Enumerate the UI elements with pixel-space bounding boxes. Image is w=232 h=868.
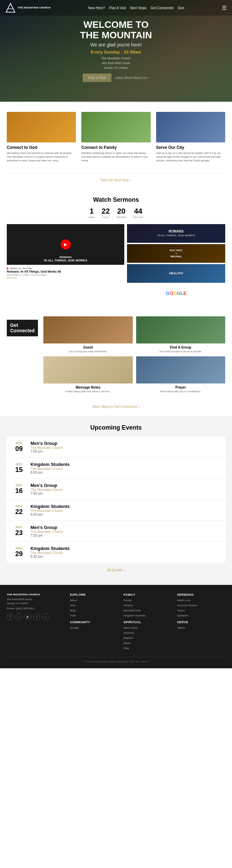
more-ways-anchor[interactable]: More Ways to Get Connected › — [92, 405, 140, 409]
event-location: The Mountain Church — [30, 530, 220, 534]
sermon-thumb-revival[interactable]: RUT, ROT,+Revival — [127, 244, 225, 263]
footer-mountain-kids-link[interactable]: Mountain Kids — [124, 609, 172, 613]
countdown-minutes: 20 Minutes — [117, 207, 126, 219]
logo[interactable]: THE MOUNTAIN CHURCH — [5, 3, 51, 13]
event-location: The Mountain Church — [30, 446, 220, 450]
footer-about-link[interactable]: About — [70, 598, 118, 603]
event-item[interactable]: NOV 22 Kingdom Students The Mountain Chu… — [7, 500, 225, 521]
nav-new-here[interactable]: New Here? — [88, 6, 105, 10]
footer-brand-col: THE MOUNTAIN CHURCH 300 East 8000 SouthS… — [7, 593, 65, 651]
footer-sermons-archive-link[interactable]: Sermons Archive — [177, 604, 225, 608]
col-serve-city: Serve Our City Just as a city on a hill … — [156, 112, 225, 163]
sermon-series[interactable]: Romans — [7, 276, 124, 279]
footer-spiritual-heading: SPIRITUAL — [124, 620, 172, 624]
footer-teams-link[interactable]: Teams — [177, 626, 225, 630]
col-desc-family: Whether related by blood or spirit, we v… — [81, 151, 150, 163]
footer-sermons-heading: SERMONS — [177, 593, 225, 596]
next-step-link[interactable]: Take the Next Step › — [101, 178, 132, 182]
event-date: NOV 09 — [12, 441, 26, 453]
sermon-grid: ROMANS IN ALL THINGS, GOD WORKS ▶ ▶ Watc… — [7, 224, 225, 303]
event-item[interactable]: NOV 15 Kingdom Students The Mountain Chu… — [7, 458, 225, 479]
sermons-title: Watch Sermons — [7, 196, 225, 203]
col-desc-city: Just as a city on a hill cannot be hidde… — [156, 151, 225, 163]
footer-sermons-col: SERMONS Watch Live Sermons Archive Topic… — [177, 593, 225, 651]
footer: THE MOUNTAIN CHURCH 300 East 8000 SouthS… — [0, 585, 232, 668]
all-events-anchor[interactable]: All Events › — [107, 568, 125, 572]
event-name: Kingdom Students — [30, 462, 220, 467]
nav-give[interactable]: Give — [177, 6, 185, 10]
event-location: The Mountain Church — [30, 551, 220, 555]
youtube-icon[interactable]: ▶ — [24, 613, 31, 620]
sermon-main-thumbnail[interactable]: ROMANS IN ALL THINGS, GOD WORKS ▶ — [7, 224, 124, 265]
twitter-icon[interactable]: t — [33, 613, 40, 620]
footer-nursery-link[interactable]: Nursery — [124, 604, 172, 608]
event-item[interactable]: NOV 29 Kingdom Students The Mountain Chu… — [7, 542, 225, 563]
event-name: Kingdom Students — [30, 546, 220, 551]
footer-explore-col: EXPLORE About Give Blog Staff COMMUNITY … — [70, 593, 118, 651]
chevron-right-icon: › — [124, 568, 125, 572]
hamburger-icon[interactable]: ☰ — [222, 5, 227, 11]
footer-family-col: FAMILY Family Nursery Mountain Kids King… — [124, 593, 172, 651]
footer-phone: Phone: (801) 565-5911 — [7, 607, 65, 611]
connected-card-notes[interactable]: Message Notes Follow along with this wee… — [43, 356, 132, 393]
event-name: Kingdom Students — [30, 504, 220, 509]
social-icons: f i ▶ t ♪ — [7, 613, 65, 620]
footer-blog2-link[interactable]: Blog — [124, 646, 172, 650]
sermon-main: ROMANS IN ALL THINGS, GOD WORKS ▶ ▶ Watc… — [7, 224, 124, 303]
worship-image — [7, 112, 76, 142]
get-connected-section: Get Connected Guest Let us help you stay… — [0, 310, 232, 416]
sermon-thumb-google[interactable]: Google — [127, 284, 225, 303]
footer-blog-link[interactable]: Blog — [70, 609, 118, 613]
event-info: Kingdom Students The Mountain Church 6:3… — [30, 462, 220, 474]
event-item[interactable]: NOV 09 Men's Group The Mountain Church 7… — [7, 437, 225, 458]
event-info: Men's Group The Mountain Church 7:00 pm — [30, 525, 220, 537]
event-item[interactable]: NOV 16 Men's Group The Mountain Church 7… — [7, 479, 225, 500]
nav-next-steps[interactable]: Next Steps — [130, 6, 147, 10]
footer-copyright: © 2023 The Mountain Church | (801) 565-1… — [7, 657, 225, 663]
sermon-meta: Romans: In All Things, God Works 56 Nove… — [7, 270, 124, 279]
facebook-icon[interactable]: f — [7, 613, 14, 620]
sermon-thumb-healthy[interactable]: HEALTHY — [127, 264, 225, 283]
footer-meet-jesus-link[interactable]: Meet Jesus — [124, 626, 172, 630]
event-location: The Mountain Church — [30, 509, 220, 513]
connected-cards: Guest Let us help you stay connected. Fi… — [43, 316, 225, 393]
connected-card-group[interactable]: Find A Group You need people to be your … — [136, 316, 225, 353]
sermon-thumb-romans[interactable]: ROMANSIN ALL THINGS, GOD WORKS — [127, 224, 225, 243]
event-name: Men's Group — [30, 483, 220, 488]
footer-community-heading: COMMUNITY — [70, 620, 118, 624]
footer-music-link[interactable]: Music — [124, 641, 172, 645]
nav-plan-visit[interactable]: Plan A Visit — [109, 6, 126, 10]
sermon-thumbnails: ROMANSIN ALL THINGS, GOD WORKS RUT, ROT,… — [127, 224, 225, 303]
footer-watch-live-link[interactable]: Watch Live — [177, 598, 225, 603]
col-title-city: Serve Our City — [156, 145, 225, 150]
footer-speakers-link[interactable]: Speakers — [177, 614, 225, 618]
footer-staff-link[interactable]: Staff — [70, 614, 118, 618]
footer-groups-link[interactable]: Groups — [70, 626, 118, 630]
footer-give-link[interactable]: Give — [70, 604, 118, 608]
footer-baptism-link[interactable]: Baptism — [124, 636, 172, 640]
spotify-icon[interactable]: ♪ — [42, 613, 49, 620]
event-time: 7:00 pm — [30, 534, 220, 537]
event-date: NOV 22 — [12, 505, 26, 516]
connected-card-guest[interactable]: Guest Let us help you stay connected. — [43, 316, 132, 353]
event-time: 7:00 pm — [30, 492, 220, 495]
chevron-right-icon: › — [139, 405, 140, 409]
city-image — [156, 112, 225, 142]
event-name: Men's Group — [30, 441, 220, 446]
next-step-section: Take the Next Step › — [7, 173, 225, 190]
svg-marker-0 — [6, 3, 15, 12]
footer-topics-link[interactable]: Topics — [177, 609, 225, 613]
countdown-days: 1 Days — [89, 207, 95, 219]
notes-image — [43, 356, 132, 383]
play-button[interactable]: ▶ — [61, 239, 71, 250]
event-item[interactable]: NOV 23 Men's Group The Mountain Church 7… — [7, 521, 225, 542]
nav-get-connected[interactable]: Get Connected — [151, 6, 173, 10]
prayer-image — [136, 356, 225, 383]
footer-brand-name: THE MOUNTAIN CHURCH — [7, 593, 65, 596]
footer-sermons-link[interactable]: Sermons — [124, 631, 172, 635]
footer-family-link[interactable]: Family — [124, 598, 172, 603]
instagram-icon[interactable]: i — [16, 613, 22, 620]
sermon-date-author: November 5, 2023 · Ken Krueger — [7, 273, 124, 276]
footer-kingdom-students-link[interactable]: Kingdom Students — [124, 614, 172, 618]
connected-card-prayer[interactable]: Prayer We'll stand with you in confidenc… — [136, 356, 225, 393]
